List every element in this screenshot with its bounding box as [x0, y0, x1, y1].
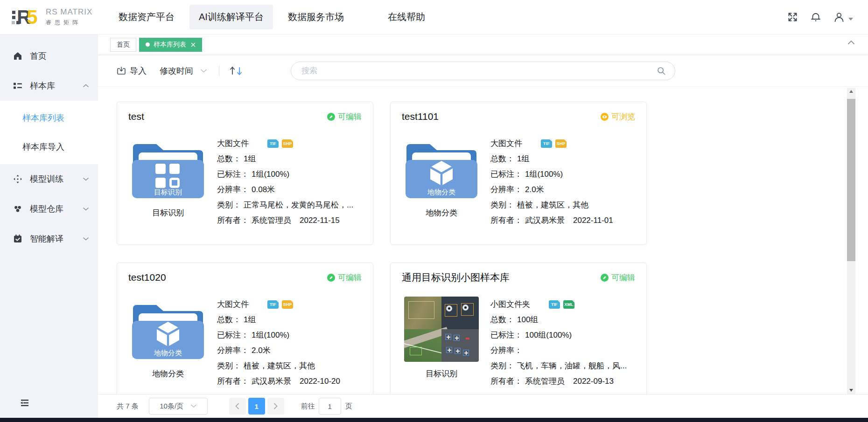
card-title: test1020	[128, 272, 166, 283]
prev-page-button[interactable]	[229, 398, 246, 415]
card-detail-row: 总数：1组	[490, 151, 635, 166]
vertical-scrollbar[interactable]	[847, 88, 855, 394]
brand-logo[interactable]: R 5 RS MATRIX 睿思矩阵	[12, 6, 104, 28]
file-format-badge-tif-icon: TIF	[549, 300, 560, 309]
card-detail-row: 总数：100组	[490, 312, 635, 327]
folder-label: 地物分类	[154, 349, 182, 357]
toolbar-divider	[219, 66, 219, 76]
sidebar-item-label: 智能解译	[30, 233, 63, 244]
home-icon	[13, 51, 22, 61]
tab-sample-library-list[interactable]: 样本库列表	[139, 38, 202, 52]
sort-field-select[interactable]: 修改时间	[160, 65, 207, 76]
file-format-badge-shp-icon: SHP	[282, 139, 293, 148]
app-header: R 5 RS MATRIX 睿思矩阵 数据资产平台 AI训练解译平台 数据服务市…	[0, 0, 868, 35]
file-type-label: 大图文件	[217, 299, 249, 310]
chevron-down-icon	[83, 237, 89, 241]
next-page-button[interactable]	[267, 398, 284, 415]
sidebar-item-smart-interpretation[interactable]: 智能解译	[0, 224, 98, 254]
sample-library-submenu: 样本库列表 样本库导入	[0, 101, 98, 164]
file-format-badge-shp-icon: SHP	[555, 139, 567, 148]
fullscreen-icon[interactable]	[787, 12, 798, 22]
tab-home[interactable]: 首页	[110, 38, 136, 52]
file-format-badge-tif-icon: TIF	[267, 139, 279, 148]
sample-type-caption: 目标识别	[152, 208, 184, 218]
sidebar-item-sample-library-list[interactable]: 样本库列表	[0, 104, 98, 132]
sidebar-item-label: 模型仓库	[30, 203, 63, 214]
chevron-left-icon	[235, 403, 239, 409]
sample-library-card[interactable]: 通用目标识别小图样本库 可编辑	[390, 263, 647, 406]
card-title: test	[128, 111, 144, 122]
scroll-down-arrow[interactable]	[847, 387, 855, 394]
sort-direction-toggle[interactable]	[230, 66, 242, 76]
goto-page-input[interactable]	[319, 398, 341, 415]
sidebar-item-label: 首页	[30, 50, 47, 62]
chevron-down-icon	[191, 404, 196, 408]
search-icon	[657, 66, 666, 76]
status-label: 可编辑	[338, 111, 362, 122]
card-grid: test 可编辑	[117, 102, 664, 406]
folder-thumbnail: 目标识别	[128, 136, 208, 201]
nav-online-help[interactable]: 在线帮助	[378, 5, 434, 29]
sidebar-item-model-training[interactable]: 模型训练	[0, 164, 98, 194]
folder-label: 目标识别	[154, 188, 182, 196]
search-input[interactable]	[291, 62, 675, 80]
page-number-button[interactable]: 1	[248, 398, 265, 415]
satellite-image-towers	[441, 297, 479, 329]
card-detail-row: 类别：飞机，车辆，油罐，舰船，风...	[490, 358, 635, 374]
sort-desc-icon	[237, 66, 242, 76]
sample-library-card[interactable]: test 可编辑	[117, 102, 373, 245]
sample-library-card[interactable]: test1101 可浏览	[390, 102, 647, 245]
sidebar-item-model-warehouse[interactable]: 模型仓库	[0, 194, 98, 224]
collapse-menu-icon	[20, 399, 30, 407]
satellite-image-field	[404, 329, 441, 362]
card-detail-row: 分辨率：	[490, 343, 635, 358]
scrollbar-thumb[interactable]	[847, 99, 855, 261]
card-details: 大图文件 TIFSHP 总数：1组已标注：1组(100%)分辨率：0.08米类别…	[217, 136, 362, 228]
folder-thumbnail: 地物分类	[128, 297, 208, 362]
sidebar-collapse-button[interactable]	[0, 394, 98, 412]
page-size-select[interactable]: 10条/页	[149, 398, 208, 415]
file-format-badges: TIFXML	[549, 300, 574, 309]
nav-ai-training-platform[interactable]: AI训练解译平台	[189, 5, 273, 29]
card-detail-row: 总数：1组	[217, 151, 362, 166]
scroll-up-arrow[interactable]	[847, 88, 855, 95]
file-format-badge-tif-icon: TIF	[267, 300, 279, 309]
card-detail-row: 已标注：100组(100%)	[490, 327, 635, 343]
chevron-right-icon	[273, 403, 278, 409]
panel-collapse-chevron-up[interactable]	[847, 40, 855, 45]
nav-data-service-market[interactable]: 数据服务市场	[279, 5, 353, 29]
browse-eye-icon	[601, 113, 609, 121]
pagination-bar: 共 7 条 10条/页 1 前往 页	[98, 394, 868, 418]
sidebar-item-home[interactable]: 首页	[0, 41, 98, 71]
import-button[interactable]: 导入	[117, 65, 147, 76]
sample-library-card[interactable]: test1020 可编辑	[117, 263, 373, 406]
sample-type-caption: 地物分类	[152, 368, 184, 379]
notifications-bell-icon[interactable]	[810, 12, 821, 23]
card-detail-row: 分辨率：0.08米	[217, 182, 362, 197]
sidebar-item-sample-library-import[interactable]: 样本库导入	[0, 132, 98, 161]
goto-page-label: 前往	[301, 402, 315, 411]
sidebar-item-sample-library[interactable]: 样本库	[0, 71, 98, 101]
card-detail-row: 类别：植被，建筑区，其他	[490, 197, 635, 213]
card-detail-row: 已标注：1组(100%)	[490, 166, 635, 182]
card-details: 大图文件 TIFSHP 总数：1组已标注：1组(100%)分辨率：2.0米类别：…	[217, 297, 362, 389]
status-badge: 可浏览	[601, 111, 635, 122]
close-tab-icon[interactable]	[191, 42, 196, 47]
nav-data-asset-platform[interactable]: 数据资产平台	[109, 5, 184, 29]
list-toolbar: 导入 修改时间	[98, 55, 868, 87]
status-badge: 可编辑	[327, 111, 362, 122]
import-icon	[117, 66, 126, 76]
file-format-badge-xml-icon: XML	[563, 300, 574, 309]
editable-pencil-icon	[601, 274, 609, 282]
status-label: 可编辑	[338, 272, 362, 283]
card-detail-row: 分辨率：2.0米	[217, 343, 362, 358]
user-menu-caret-icon	[848, 18, 853, 21]
card-title: test1101	[402, 111, 439, 122]
status-label: 可浏览	[611, 111, 635, 122]
file-type-row: 小图文件夹 TIFXML	[490, 297, 635, 312]
smart-interpretation-icon	[13, 234, 22, 243]
file-type-label: 大图文件	[490, 138, 522, 149]
card-detail-row: 类别：正常马尾松，发黄的马尾松，...	[217, 197, 362, 213]
user-account-menu[interactable]	[833, 12, 853, 23]
bottom-dark-strip	[0, 418, 868, 422]
